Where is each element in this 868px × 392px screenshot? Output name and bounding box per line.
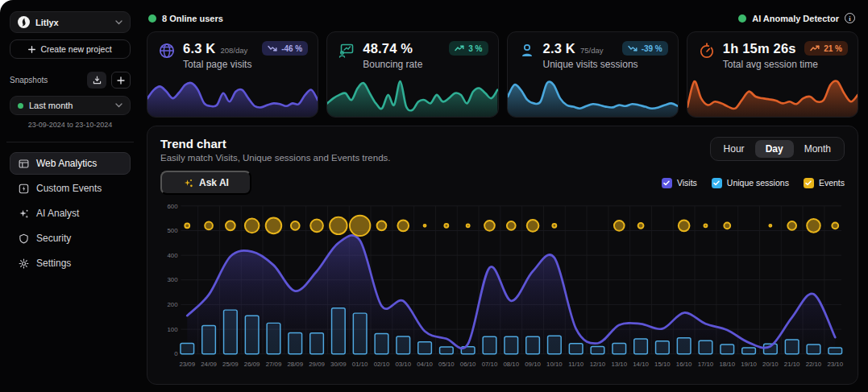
trend-badge: -39 % <box>622 41 668 56</box>
export-snapshot-button[interactable] <box>87 72 106 89</box>
trend-badge: 21 % <box>804 41 848 56</box>
card-label: Unique visits sessions <box>543 59 638 70</box>
browser-icon <box>18 159 29 169</box>
svg-text:23/10: 23/10 <box>827 361 843 368</box>
sidebar-item-security[interactable]: Security <box>10 227 131 250</box>
svg-text:13/10: 13/10 <box>611 361 627 368</box>
svg-text:100: 100 <box>167 326 178 333</box>
anomaly-status-dot <box>738 14 746 23</box>
tab-day[interactable]: Day <box>755 140 794 158</box>
svg-text:20/10: 20/10 <box>762 361 779 368</box>
snapshot-selected-value: Last month <box>29 101 110 110</box>
trend-chart-panel: Trend chart Easily match Visits, Unique … <box>147 126 858 385</box>
info-icon[interactable]: i <box>845 13 855 23</box>
card-value: 1h 15m 26s <box>723 41 796 56</box>
timer-icon <box>698 42 716 63</box>
sparkles-icon <box>18 208 29 219</box>
svg-text:16/10: 16/10 <box>676 361 692 368</box>
ai-anomaly-detector: AI Anomaly Detector i <box>738 13 855 23</box>
sidebar-item-label: Web Analytics <box>36 158 97 169</box>
svg-text:300: 300 <box>167 277 178 284</box>
svg-text:26/09: 26/09 <box>244 361 260 368</box>
trend-badge: -46 % <box>262 41 308 56</box>
svg-text:22/10: 22/10 <box>806 361 822 368</box>
tab-month[interactable]: Month <box>794 140 841 158</box>
svg-text:19/10: 19/10 <box>741 361 757 368</box>
bounce-screen-icon <box>338 42 355 63</box>
svg-text:18/10: 18/10 <box>719 361 735 368</box>
add-snapshot-button[interactable] <box>111 72 131 89</box>
snapshot-date-range: 23-09-2024 to 23-10-2024 <box>10 121 131 129</box>
svg-text:30/09: 30/09 <box>330 361 347 368</box>
svg-text:10/10: 10/10 <box>546 361 563 368</box>
stat-card-avg-session-time: 1h 15m 26s Total avg session time 21 % <box>687 31 858 118</box>
svg-text:12/10: 12/10 <box>590 361 606 368</box>
sidebar-item-settings[interactable]: Settings <box>10 252 131 274</box>
card-sparkline-chart <box>687 75 858 117</box>
panel-subtitle: Easily match Visits, Unique sessions and… <box>160 153 391 163</box>
sidebar-item-label: AI Analyst <box>36 208 79 219</box>
svg-text:27/09: 27/09 <box>266 361 282 368</box>
card-value: 2.3 K <box>543 41 575 56</box>
anomaly-detector-label: AI Anomaly Detector <box>752 14 839 23</box>
sidebar-item-label: Custom Events <box>36 183 102 194</box>
svg-text:14/10: 14/10 <box>633 361 649 368</box>
checkbox-checked-icon[interactable] <box>712 178 722 188</box>
snapshot-color-dot <box>18 103 23 109</box>
user-icon <box>518 42 536 63</box>
sidebar-item-web-analytics[interactable]: Web Analytics <box>10 152 131 175</box>
svg-text:21/10: 21/10 <box>784 361 800 368</box>
project-selector[interactable]: Litlyx <box>10 11 131 33</box>
card-label: Bouncing rate <box>363 59 422 70</box>
svg-text:11/10: 11/10 <box>568 361 584 368</box>
ask-ai-button[interactable]: Ask AI <box>160 171 251 195</box>
trend-down-icon <box>268 45 277 52</box>
stat-cards-row: 6.3 K 208/day Total page visits -46 % <box>147 31 858 118</box>
snapshots-label: Snapshots <box>10 76 87 85</box>
snapshot-select[interactable]: Last month <box>10 96 131 115</box>
tab-hour[interactable]: Hour <box>713 140 755 158</box>
sidebar-item-custom-events[interactable]: Custom Events <box>10 177 131 200</box>
chevron-down-icon <box>115 20 123 25</box>
create-project-button[interactable]: Create new project <box>10 39 131 59</box>
svg-text:400: 400 <box>167 252 178 259</box>
trend-badge: 3 % <box>449 41 488 56</box>
main-content: 8 Online users AI Anomaly Detector i 6.3… <box>139 0 868 392</box>
range-segmented-control: Hour Day Month <box>710 137 845 161</box>
online-users: 8 Online users <box>148 14 223 23</box>
globe-icon <box>158 42 176 63</box>
chevron-down-icon <box>115 103 123 108</box>
svg-text:28/09: 28/09 <box>287 361 303 368</box>
legend-events[interactable]: Events <box>804 178 845 188</box>
legend-unique-sessions[interactable]: Unique sessions <box>712 178 789 188</box>
sidebar-divider <box>6 142 134 142</box>
sparkles-icon <box>183 178 193 188</box>
stat-card-total-page-visits: 6.3 K 208/day Total page visits -46 % <box>147 31 318 118</box>
card-value: 48.74 % <box>363 41 413 56</box>
sidebar-item-ai-analyst[interactable]: AI Analyst <box>10 202 131 225</box>
plus-icon <box>117 76 125 85</box>
online-status-dot <box>148 14 156 23</box>
svg-text:200: 200 <box>167 301 178 308</box>
sidebar-item-label: Settings <box>36 258 71 269</box>
card-per-day: 208/day <box>220 46 247 55</box>
card-value: 6.3 K <box>183 41 215 56</box>
svg-text:600: 600 <box>167 203 178 210</box>
svg-text:500: 500 <box>167 227 178 234</box>
checkbox-checked-icon[interactable] <box>662 178 672 188</box>
trend-down-icon <box>628 45 638 52</box>
trend-up-icon <box>455 45 464 52</box>
plus-icon <box>28 46 35 53</box>
svg-text:07/10: 07/10 <box>482 361 498 368</box>
svg-text:05/10: 05/10 <box>438 361 455 368</box>
create-project-label: Create new project <box>40 44 111 54</box>
svg-text:06/10: 06/10 <box>460 361 476 368</box>
legend-visits[interactable]: Visits <box>662 178 697 188</box>
checkbox-checked-icon[interactable] <box>804 178 814 188</box>
panel-title: Trend chart <box>160 137 391 151</box>
sidebar: Litlyx Create new project Snapshots Last… <box>0 0 139 392</box>
trend-chart[interactable]: 010020030040050060023/0924/0925/0926/092… <box>160 200 845 378</box>
ask-ai-label: Ask AI <box>199 177 229 188</box>
svg-text:17/10: 17/10 <box>698 361 714 368</box>
card-sparkline-chart <box>327 75 497 117</box>
